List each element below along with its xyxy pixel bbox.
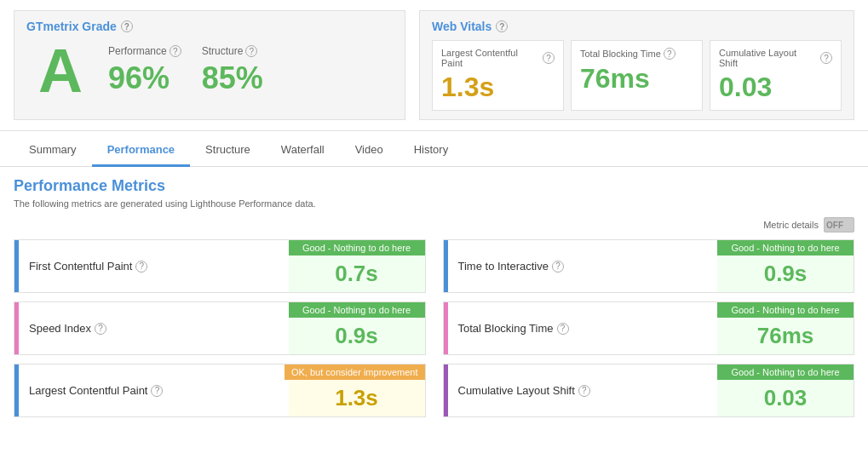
lcp-vital: Largest Contentful Paint ? 1.3s (432, 40, 564, 111)
grade-content: A Performance ? 96% Structure ? 85% (26, 40, 393, 101)
lcp-help-icon[interactable]: ? (543, 52, 555, 64)
performance-section: Performance Metrics The following metric… (0, 167, 868, 428)
cls-name: Cumulative Layout Shift ? (458, 384, 590, 397)
structure-label: Structure ? (202, 45, 263, 57)
performance-help-icon[interactable]: ? (170, 45, 181, 57)
cls-help-icon[interactable]: ? (820, 52, 832, 64)
tab-performance[interactable]: Performance (92, 135, 190, 167)
tab-structure[interactable]: Structure (190, 135, 266, 167)
toggle-off-label: OFF (826, 221, 843, 230)
metric-details-toggle[interactable]: OFF (824, 217, 854, 232)
metric-card-tti: Time to Interactive ? Good - Nothing to … (443, 239, 855, 293)
performance-value: 96% (108, 60, 181, 96)
lcp-right: OK, but consider improvement 1.3s (285, 365, 425, 416)
metric-card-cls: Cumulative Layout Shift ? Good - Nothing… (443, 364, 855, 417)
si-help-icon[interactable]: ? (95, 323, 106, 335)
tti-help-icon[interactable]: ? (552, 261, 564, 273)
lcp-metric-help-icon[interactable]: ? (151, 385, 163, 397)
tbt-name: Total Blocking Time ? (458, 322, 569, 335)
lcp-value: 1.3s (441, 72, 555, 103)
fcp-badge: Good - Nothing to do here (289, 240, 425, 255)
fcp-name: First Contentful Paint ? (29, 260, 147, 273)
grade-help-icon[interactable]: ? (121, 20, 133, 32)
structure-value: 85% (202, 60, 263, 96)
si-value: 0.9s (289, 318, 425, 354)
tbt-help-icon[interactable]: ? (664, 48, 675, 60)
lcp-badge: OK, but consider improvement (285, 365, 425, 380)
si-right: Good - Nothing to do here 0.9s (289, 302, 425, 354)
tbt-metric-value: 76ms (717, 318, 854, 354)
si-badge: Good - Nothing to do here (289, 302, 425, 318)
tbt-right: Good - Nothing to do here 76ms (717, 302, 854, 354)
lcp-label: Largest Contentful Paint ? (441, 48, 555, 68)
metric-details-row: Metric details OFF (14, 217, 854, 232)
metric-card-lcp: Largest Contentful Paint ? OK, but consi… (14, 364, 426, 417)
tbt-value: 76ms (580, 63, 693, 95)
lcp-name: Largest Contentful Paint ? (29, 384, 163, 397)
si-content: Speed Index ? (19, 313, 289, 343)
tab-history[interactable]: History (399, 135, 463, 167)
fcp-content: First Contentful Paint ? (19, 251, 289, 281)
lcp-content: Largest Contentful Paint ? (19, 376, 285, 405)
fcp-help-icon[interactable]: ? (135, 261, 147, 273)
toggle-box[interactable]: OFF (824, 217, 854, 232)
grade-letter: A (26, 40, 95, 101)
grade-metrics: Performance ? 96% Structure ? 85% (108, 45, 263, 96)
metric-details-label: Metric details (763, 220, 819, 230)
tab-video[interactable]: Video (340, 135, 399, 167)
tbt-metric-help-icon[interactable]: ? (557, 323, 569, 335)
grade-title: GTmetrix Grade ? (26, 20, 393, 33)
tbt-label: Total Blocking Time ? (580, 48, 693, 60)
web-vitals-title: Web Vitals ? (432, 20, 842, 33)
cls-badge: Good - Nothing to do here (717, 365, 854, 380)
grade-title-text: GTmetrix Grade (26, 20, 117, 33)
cls-content: Cumulative Layout Shift ? (448, 376, 718, 405)
cls-vital: Cumulative Layout Shift ? 0.03 (710, 40, 842, 111)
performance-title: Performance Metrics (14, 177, 854, 195)
performance-metric: Performance ? 96% (108, 45, 181, 96)
lcp-metric-value: 1.3s (289, 380, 425, 416)
cls-right: Good - Nothing to do here 0.03 (717, 365, 854, 416)
cls-value: 0.03 (719, 72, 832, 103)
tti-value: 0.9s (717, 255, 854, 292)
tti-right: Good - Nothing to do here 0.9s (717, 240, 854, 292)
tti-badge: Good - Nothing to do here (717, 240, 854, 255)
performance-subtitle: The following metrics are generated usin… (14, 198, 854, 209)
fcp-value: 0.7s (289, 255, 425, 292)
web-vitals-box: Web Vitals ? Largest Contentful Paint ? … (419, 10, 854, 120)
si-name: Speed Index ? (29, 322, 106, 335)
metrics-grid: First Contentful Paint ? Good - Nothing … (14, 239, 854, 417)
tti-name: Time to Interactive ? (458, 260, 564, 273)
tbt-content: Total Blocking Time ? (448, 313, 718, 343)
tab-waterfall[interactable]: Waterfall (266, 135, 340, 167)
fcp-right: Good - Nothing to do here 0.7s (289, 240, 425, 292)
cls-label: Cumulative Layout Shift ? (719, 48, 832, 68)
structure-metric: Structure ? 85% (202, 45, 263, 96)
grade-box: GTmetrix Grade ? A Performance ? 96% Str… (14, 10, 405, 120)
web-vitals-metrics: Largest Contentful Paint ? 1.3s Total Bl… (432, 40, 842, 111)
tti-content: Time to Interactive ? (448, 251, 718, 281)
tab-summary[interactable]: Summary (14, 135, 92, 167)
metric-card-fcp: First Contentful Paint ? Good - Nothing … (14, 239, 426, 293)
performance-label: Performance ? (108, 45, 181, 57)
cls-metric-help-icon[interactable]: ? (578, 385, 590, 397)
structure-help-icon[interactable]: ? (245, 45, 257, 57)
web-vitals-help-icon[interactable]: ? (496, 20, 508, 32)
metric-card-tbt: Total Blocking Time ? Good - Nothing to … (443, 301, 855, 355)
tbt-badge: Good - Nothing to do here (717, 302, 854, 318)
tabs: Summary Performance Structure Waterfall … (0, 135, 868, 167)
tbt-vital: Total Blocking Time ? 76ms (571, 40, 703, 111)
cls-metric-value: 0.03 (717, 380, 854, 416)
metric-card-si: Speed Index ? Good - Nothing to do here … (14, 301, 426, 355)
